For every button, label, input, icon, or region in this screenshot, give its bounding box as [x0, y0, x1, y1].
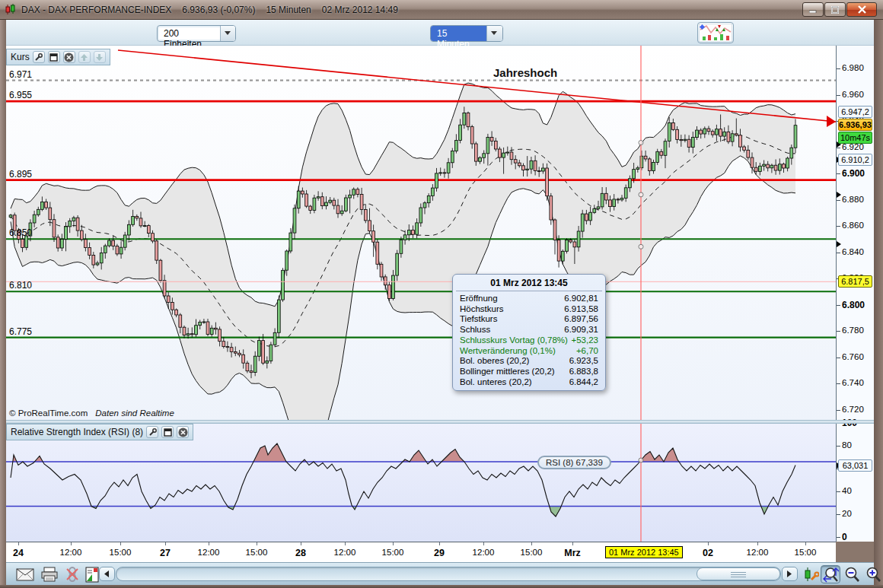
zoom-select-button[interactable] — [821, 565, 840, 583]
bottom-toolbar — [6, 562, 874, 585]
window-icon[interactable] — [48, 51, 60, 63]
scroll-right-button[interactable] — [782, 567, 798, 581]
candle-tooltip: 01 Mrz 2012 13:45 Eröffnung6.902,81Höchs… — [452, 274, 606, 391]
move-down-icon[interactable] — [94, 51, 106, 63]
time-tick-label: 12:00 — [462, 548, 505, 557]
time-tick — [209, 542, 209, 545]
axis-tick-label: 6.960 — [842, 90, 864, 99]
tooltip-row-value: 6.923,5 — [569, 356, 598, 367]
axis-value-box: 6.936,93 — [838, 119, 872, 131]
axis-tick-label: 6.880 — [842, 195, 864, 204]
axis-tick-label: 20 — [842, 509, 852, 518]
price-axis[interactable]: 6.9806.9606.9406.9206.9006.8806.8606.840… — [836, 46, 874, 542]
time-tick — [531, 542, 532, 545]
move-up-icon[interactable] — [78, 51, 91, 63]
tooltip-row-label: Eröffnung — [460, 294, 498, 304]
tooltip-row: Bol. oberes (20,2)6.923,5 — [453, 356, 605, 367]
time-tick — [301, 542, 301, 545]
tooltip-row: Höchstkurs6.913,58 — [453, 304, 605, 315]
axis-tick — [837, 331, 840, 332]
tooltip-row: Schluss6.909,31 — [453, 325, 605, 335]
bollinger-cursor-marker — [639, 141, 643, 145]
wrench-icon[interactable] — [33, 51, 45, 63]
close-icon[interactable] — [177, 426, 189, 438]
window-icon[interactable] — [161, 426, 174, 438]
axis-tick-label: 6.800 — [842, 300, 865, 310]
time-tick — [805, 542, 806, 545]
wrench-icon[interactable] — [146, 426, 158, 438]
rsi-chart[interactable] — [0, 423, 836, 542]
time-tick — [165, 542, 166, 545]
email-icon[interactable] — [15, 565, 35, 583]
rsi-value-label[interactable]: RSI (8) 67,339 — [537, 456, 611, 469]
tooltip-row-value: 6.902,81 — [564, 294, 598, 304]
level-price-label: 6.955 — [9, 90, 32, 100]
axis-tick — [837, 383, 840, 384]
scroll-left-button[interactable] — [99, 567, 115, 581]
zoom-out-button[interactable] — [842, 565, 862, 583]
close-button[interactable] — [846, 2, 877, 17]
tooltip-row-value: 6.897,56 — [564, 314, 598, 325]
tooltip-title: 01 Mrz 2012 13:45 — [456, 276, 602, 291]
time-tick-label: 28 — [279, 548, 322, 558]
level-price-label: 6.895 — [9, 169, 32, 180]
axis-tick-label: 6.840 — [842, 247, 864, 256]
jahreshoch-label: Jahreshoch — [493, 66, 557, 79]
time-tick-label: 12:00 — [324, 548, 366, 557]
tooltip-row-label: Höchstkurs — [460, 304, 504, 315]
time-tick — [757, 542, 758, 545]
time-tick-label: 27 — [144, 548, 186, 558]
scrollbar-thumb[interactable] — [697, 567, 780, 580]
bollinger-cursor-marker — [639, 244, 643, 249]
close-icon[interactable] — [63, 51, 75, 63]
price-chart[interactable]: Jahreshoch — [0, 0, 836, 421]
axis-value-box: 6.947,2 — [838, 106, 872, 118]
axis-tick-label: 6.780 — [842, 326, 864, 335]
zoom-in-button[interactable] — [863, 565, 883, 583]
time-tick-label: 15:00 — [371, 548, 414, 557]
window-frame — [0, 20, 6, 588]
axis-value-box: 6.817,5 — [838, 275, 872, 288]
chart-scrollbar[interactable] — [116, 567, 781, 581]
tooltip-row-label: Tiefstkurs — [460, 314, 497, 325]
axis-tick-label: 40 — [842, 486, 852, 495]
time-tick — [572, 542, 573, 545]
axis-value-box: 63,031 — [838, 459, 872, 472]
time-tick — [483, 542, 484, 545]
tooltip-row-label: Wertveränderung (0,1%) — [460, 346, 556, 357]
print-icon[interactable] — [40, 565, 59, 583]
time-tick — [439, 542, 440, 545]
axis-tick — [837, 358, 840, 358]
tooltip-row: Schlusskurs Vortag (0,78%)+53,23 — [453, 335, 605, 346]
time-tick-label: 15:00 — [235, 548, 278, 557]
time-tick-label: 12:00 — [187, 548, 230, 557]
time-tick-label: 24 — [0, 548, 40, 558]
time-tick — [393, 542, 394, 545]
unlink-icon[interactable] — [62, 565, 82, 583]
axis-tick — [837, 446, 840, 447]
axis-tick — [837, 253, 840, 253]
time-tick-label: 15:00 — [99, 548, 142, 557]
time-tick — [708, 542, 709, 545]
axis-tick-label: 6.900 — [842, 168, 865, 179]
axis-tick-label: 6.980 — [842, 63, 864, 72]
window-frame — [0, 585, 883, 588]
time-tick-label: 29 — [418, 548, 461, 558]
level-price-label: 6.810 — [9, 280, 32, 291]
axis-tick-label: 0 — [842, 532, 847, 542]
axis-tick — [837, 514, 840, 515]
tooltip-row: Bol. unteres (20,2)6.844,2 — [453, 377, 605, 388]
axis-tick-label: 6.760 — [842, 352, 864, 361]
axis-value-box: 10m47s — [838, 132, 872, 144]
tooltip-row: Bollinger mittleres (20,2)6.883,8 — [453, 367, 605, 377]
time-tick-label: 15:00 — [784, 548, 827, 557]
tooltip-row-value: 6.909,31 — [564, 325, 598, 335]
axis-tick-label: 6.720 — [842, 405, 864, 414]
time-tick-label: Mrz — [551, 548, 594, 558]
tooltip-row-value: +6,70 — [576, 346, 598, 357]
chart-settings-icon[interactable] — [801, 565, 821, 583]
axis-tick-label: 80 — [842, 440, 852, 450]
rsi-panel-header: Relative Strength Index (RSI) (8) — [6, 424, 193, 440]
time-axis[interactable]: 2412:0015:002712:0015:002812:0015:002912… — [6, 542, 836, 562]
cursor-time-box: 01 Mrz 2012 13:45 — [605, 546, 683, 558]
